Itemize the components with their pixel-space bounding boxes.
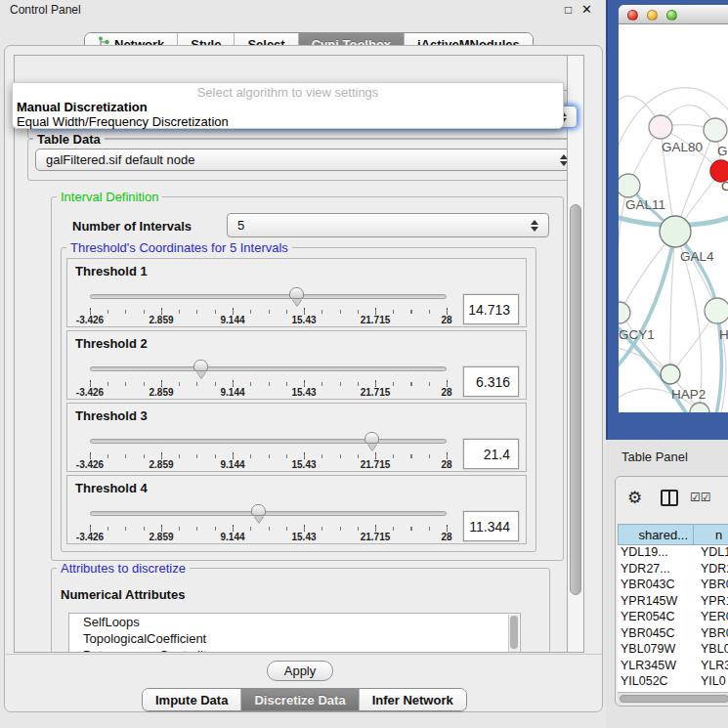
table-cell: YDL19... xyxy=(618,545,696,562)
slider-track[interactable] xyxy=(90,511,447,516)
tab-impute-data-label: Impute Data xyxy=(155,693,228,707)
table-row[interactable]: YBR045CYBR0 xyxy=(618,626,728,643)
slider-scale-label: -3.426 xyxy=(61,459,119,470)
column-header-name[interactable]: n xyxy=(694,524,728,545)
close-panel-icon[interactable]: ✕ xyxy=(581,2,592,17)
list-scrollbar[interactable] xyxy=(508,615,519,653)
network-node-label: GAL11 xyxy=(625,197,665,212)
network-node[interactable] xyxy=(619,174,640,197)
slider-thumb[interactable] xyxy=(251,504,266,516)
numerical-attributes-list[interactable]: SelfLoops TopologicalCoefficient Between… xyxy=(68,613,521,653)
threshold-value-field[interactable]: 14.713 xyxy=(463,294,519,324)
network-node[interactable] xyxy=(660,216,691,247)
slider-scale-label: 15.43 xyxy=(275,387,333,398)
list-item[interactable]: BetweennessCentrality xyxy=(69,647,520,653)
app-root: Control Panel □ ✕ Network Style Select C… xyxy=(0,0,728,728)
table-cell: YBR0 xyxy=(696,578,728,594)
network-window-titlebar[interactable] xyxy=(619,5,728,24)
apply-button[interactable]: Apply xyxy=(267,661,333,681)
slider-scale-label: 21.715 xyxy=(346,315,405,325)
column-layout-icon[interactable] xyxy=(661,490,678,506)
network-node[interactable] xyxy=(705,298,728,323)
threshold-value-field[interactable]: 11.344 xyxy=(463,511,519,541)
table-row[interactable]: YLR345WYLR3 xyxy=(618,659,728,675)
table-row[interactable]: YBL079WYBL0 xyxy=(618,642,728,659)
list-item[interactable]: SelfLoops xyxy=(69,614,520,630)
slider-thumb[interactable] xyxy=(193,360,208,371)
network-node[interactable] xyxy=(619,302,630,323)
vertical-scrollbar-thumb[interactable] xyxy=(570,204,581,595)
tab-infer-network-label: Infer Network xyxy=(372,693,453,707)
slider-scale-label: 9.144 xyxy=(203,315,262,325)
table-data-combo[interactable]: galFiltered.sif default node xyxy=(35,149,578,171)
network-window-frame: GAL80GCGAL11GAL4GCY1HHAP2 xyxy=(606,0,728,440)
threshold-value-field[interactable]: 6.316 xyxy=(463,366,519,397)
slider-minor-ticks xyxy=(90,310,448,314)
network-node[interactable] xyxy=(690,403,709,412)
table-cell: YLR345W xyxy=(618,659,696,675)
tab-discretize-data[interactable]: Discretize Data xyxy=(240,689,358,710)
table-data-group-title: Table Data xyxy=(33,132,105,147)
threshold-value-field[interactable]: 21.4 xyxy=(463,439,519,469)
network-canvas[interactable]: GAL80GCGAL11GAL4GCY1HHAP2 xyxy=(619,24,728,412)
slider-thumb[interactable] xyxy=(289,287,304,299)
zoom-traffic-light-icon[interactable] xyxy=(666,10,677,21)
cyni-toolbox-panel: Discretization Algorithm Table Data galF… xyxy=(4,45,603,712)
table-row[interactable]: YIL052CYIL0 xyxy=(618,674,728,691)
list-item[interactable]: TopologicalCoefficient xyxy=(69,630,520,647)
table-cell: YPR1 xyxy=(696,594,728,611)
tab-impute-data[interactable]: Impute Data xyxy=(143,689,240,710)
network-node[interactable] xyxy=(661,364,680,384)
horizontal-scrollbar-thumb[interactable] xyxy=(620,695,728,703)
table-row[interactable]: YER054CYER0 xyxy=(618,610,728,626)
slider-track[interactable] xyxy=(90,294,447,299)
node-table-container: ⚙ ☑☑ shared... n YDL19...YDL1YDR27...YDR… xyxy=(615,476,728,707)
slider-scale: -3.4262.8599.14415.4321.71528 xyxy=(90,532,447,543)
table-row[interactable]: YPR145WYPR1 xyxy=(618,594,728,611)
network-node-label: HAP2 xyxy=(671,387,706,402)
table-toolbar: ⚙ ☑☑ xyxy=(616,477,728,522)
table-header-row: shared... n xyxy=(618,524,728,545)
tab-discretize-data-label: Discretize Data xyxy=(254,693,345,707)
vertical-scrollbar[interactable] xyxy=(567,56,583,652)
slider-thumb[interactable] xyxy=(364,432,379,444)
threshold-panel: Threshold 1 -3.4262.8599.14415.4321.7152… xyxy=(66,258,527,327)
slider-scale-label: 2.859 xyxy=(132,459,191,470)
slider-scale-label: 2.859 xyxy=(132,315,191,325)
table-cell: YBR045C xyxy=(618,626,696,643)
slider-scale-label: 15.43 xyxy=(275,459,333,470)
slider-track[interactable] xyxy=(90,439,447,444)
network-node[interactable] xyxy=(649,115,672,139)
table-cell: YIL0 xyxy=(696,674,728,691)
number-of-intervals-combo[interactable]: 5 xyxy=(227,213,549,237)
close-traffic-light-icon[interactable] xyxy=(627,10,638,21)
slider-scale-label: -3.426 xyxy=(61,315,119,325)
table-cell: YER0 xyxy=(696,610,728,626)
network-node-label: GAL4 xyxy=(680,249,714,264)
divider xyxy=(6,654,602,655)
slider-scale: -3.4262.8599.14415.4321.71528 xyxy=(90,387,447,399)
gear-icon[interactable]: ⚙ xyxy=(627,488,642,508)
threshold-panel: Threshold 3 -3.4262.8599.14415.4321.7152… xyxy=(66,403,527,472)
network-node[interactable] xyxy=(704,118,727,142)
slider-scale-label: 9.144 xyxy=(203,532,262,542)
threshold-label: Threshold 2 xyxy=(75,336,148,351)
minimize-traffic-light-icon[interactable] xyxy=(647,10,658,21)
popup-option-equal-width-frequency[interactable]: Equal Width/Frequency Discretization xyxy=(17,114,229,129)
float-window-icon[interactable]: □ xyxy=(565,3,572,17)
select-columns-icon[interactable]: ☑☑ xyxy=(690,491,711,504)
tab-infer-network[interactable]: Infer Network xyxy=(359,689,466,710)
slider-minor-ticks xyxy=(90,382,448,386)
column-header-shared-name[interactable]: shared... xyxy=(618,524,694,545)
table-row[interactable]: YBR043CYBR0 xyxy=(618,578,728,594)
table-row[interactable]: YDR27...YDR2 xyxy=(618,562,728,578)
horizontal-scrollbar[interactable] xyxy=(618,692,728,704)
slider-track[interactable] xyxy=(90,366,447,371)
node-table-body: YDL19...YDL1YDR27...YDR2YBR043CYBR0YPR14… xyxy=(618,545,728,692)
popup-option-manual-discretization[interactable]: Manual Discretization xyxy=(17,100,148,114)
table-row[interactable]: YDL19...YDL1 xyxy=(618,545,728,562)
table-panel-title: Table Panel xyxy=(621,450,688,464)
number-of-intervals-value: 5 xyxy=(228,218,527,233)
table-cell: YLR3 xyxy=(696,659,728,675)
slider-scale-label: -3.426 xyxy=(61,387,119,398)
